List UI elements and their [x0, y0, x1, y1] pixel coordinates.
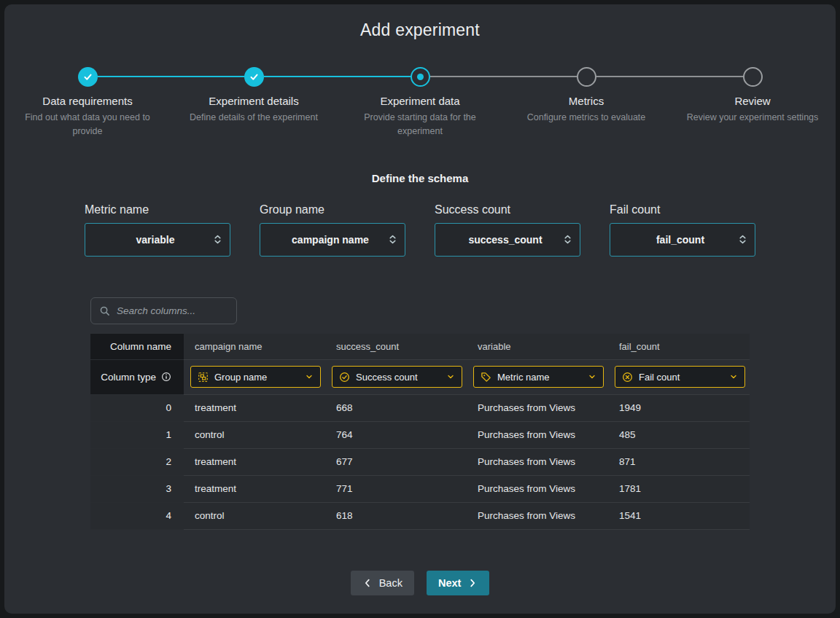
step-connector: [98, 76, 171, 77]
table-cell: 677: [325, 449, 467, 476]
columns-table-section: Column name campaign name success_count …: [90, 297, 750, 530]
double-caret-icon: [737, 234, 748, 245]
step-description: Review your experiment settings: [675, 111, 831, 125]
column-type-value: Fail count: [639, 372, 723, 383]
step-connector: [503, 76, 577, 77]
step-connector: [264, 76, 338, 77]
step-metrics[interactable]: Metrics Configure metrics to evaluate: [503, 66, 669, 138]
step-complete-icon: [78, 67, 98, 87]
table-cell: 618: [325, 503, 467, 530]
chevron-down-icon: [446, 372, 455, 381]
column-type-dropdown-metric-name[interactable]: Metric name: [473, 366, 604, 388]
table-cell: 1949: [608, 395, 750, 422]
column-type-dropdown-success-count[interactable]: Success count: [332, 366, 462, 388]
step-label: Experiment details: [209, 95, 298, 107]
column-type-cell: Metric name: [467, 360, 608, 395]
row-index: 1: [90, 422, 184, 449]
table-cell: control: [184, 503, 325, 530]
search-columns-box[interactable]: [90, 297, 237, 324]
step-label: Review: [734, 95, 770, 107]
chevron-down-icon: [729, 372, 738, 381]
selector-metric-name: Metric name variable: [85, 203, 230, 257]
step-track: [171, 66, 337, 87]
schema-selectors: Metric name variable Group name campaign…: [85, 203, 755, 257]
search-row: [90, 297, 750, 324]
tag-icon: [481, 372, 491, 383]
selector-label: Metric name: [85, 203, 230, 216]
chevron-left-icon: [362, 578, 373, 588]
table-cell: 485: [608, 422, 750, 449]
table-cell: treatment: [184, 449, 325, 476]
table-cell: 771: [325, 476, 467, 503]
select-value: variable: [98, 234, 212, 246]
wizard-stepper: Data requirements Find out what data you…: [4, 66, 836, 138]
back-button[interactable]: Back: [351, 571, 414, 595]
step-description: Configure metrics to evaluate: [516, 111, 658, 125]
select-value: success_count: [448, 234, 562, 246]
next-button[interactable]: Next: [427, 571, 489, 595]
group-name-select[interactable]: campaign name: [260, 223, 405, 257]
step-connector: [4, 76, 78, 77]
search-icon: [99, 305, 110, 316]
step-track: [669, 66, 836, 87]
step-data-requirements[interactable]: Data requirements Find out what data you…: [4, 66, 171, 138]
table-cell: control: [184, 422, 325, 449]
column-type-dropdown-fail-count[interactable]: Fail count: [615, 366, 745, 388]
chevron-down-icon: [305, 372, 314, 381]
step-connector: [763, 76, 836, 77]
column-header: success_count: [325, 334, 467, 360]
group-icon: [198, 372, 209, 383]
column-type-cell: Success count: [325, 360, 467, 395]
step-experiment-data[interactable]: Experiment data Provide starting data fo…: [337, 66, 503, 138]
row-index: 0: [90, 395, 184, 422]
step-description: Find out what data you need to provide: [4, 111, 171, 138]
success-count-select[interactable]: success_count: [435, 223, 580, 257]
columns-table: Column name campaign name success_count …: [90, 334, 750, 530]
column-type-value: Group name: [214, 372, 299, 383]
column-type-cell: Fail count: [608, 360, 750, 395]
fail-count-select[interactable]: fail_count: [610, 223, 755, 257]
chevron-right-icon: [467, 578, 478, 588]
step-label: Experiment data: [380, 95, 459, 107]
table-cell: 668: [325, 395, 467, 422]
step-complete-icon: [244, 67, 264, 87]
table-cell: 871: [608, 449, 750, 476]
selector-label: Success count: [435, 203, 580, 216]
metric-name-select[interactable]: variable: [85, 223, 230, 257]
schema-heading: Define the schema: [4, 172, 836, 184]
step-track: [503, 66, 669, 87]
column-type-row-label: Column type: [90, 360, 184, 395]
check-circle-icon: [339, 372, 350, 383]
column-header: variable: [467, 334, 608, 360]
selector-label: Group name: [260, 203, 405, 216]
step-experiment-details[interactable]: Experiment details Define details of the…: [171, 66, 337, 138]
step-description: Define details of the experiment: [178, 111, 330, 125]
column-header: fail_count: [608, 334, 750, 360]
table-cell: treatment: [184, 476, 325, 503]
selector-success-count: Success count success_count: [435, 203, 580, 257]
table-cell: Purchases from Views: [467, 449, 608, 476]
info-icon[interactable]: [161, 372, 171, 382]
double-caret-icon: [212, 234, 223, 245]
step-connector: [337, 76, 411, 77]
table-cell: Purchases from Views: [467, 476, 608, 503]
page-title: Add experiment: [4, 20, 836, 40]
step-current-icon: [411, 67, 430, 87]
current-step-dot: [417, 74, 424, 80]
corner-header-cell: Column name: [90, 334, 184, 360]
back-button-label: Back: [379, 577, 402, 589]
table-cell: 1781: [608, 476, 750, 503]
search-columns-input[interactable]: [117, 305, 228, 316]
step-review[interactable]: Review Review your experiment settings: [669, 66, 836, 138]
step-label: Metrics: [569, 95, 604, 107]
step-connector: [430, 76, 504, 77]
column-type-value: Metric name: [497, 372, 582, 383]
x-circle-icon: [622, 372, 633, 383]
table-cell: Purchases from Views: [467, 503, 608, 530]
step-upcoming-icon: [743, 67, 763, 87]
step-label: Data requirements: [42, 95, 132, 107]
step-connector: [596, 76, 670, 77]
table-cell: treatment: [184, 395, 325, 422]
column-type-dropdown-group-name[interactable]: Group name: [190, 366, 321, 388]
step-track: [337, 66, 503, 87]
